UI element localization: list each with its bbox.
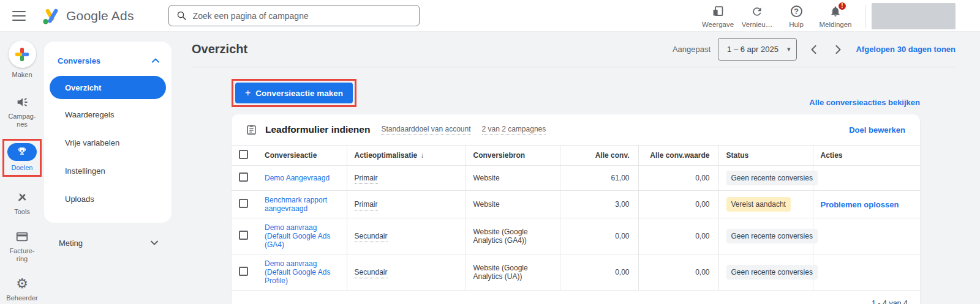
nav-item-waarderegels[interactable]: Waarderegels	[44, 100, 172, 128]
refresh-icon	[751, 5, 763, 18]
secondary-nav-column: Conversies Overzicht Waarderegels Vrije …	[44, 32, 172, 304]
create-button-annotation-box: + Conversieactie maken	[232, 79, 356, 107]
rail-item-create[interactable]: Maken	[9, 40, 36, 79]
rail-label-create: Maken	[12, 71, 32, 79]
appearance-label: Weergave	[702, 21, 734, 28]
trophy-icon	[17, 147, 27, 157]
date-range-picker[interactable]: 1 – 6 apr 2025 ▾	[718, 38, 797, 61]
global-search[interactable]	[168, 5, 420, 26]
refresh-button[interactable]: Vernieu…	[737, 4, 777, 28]
all-conv-waarde-value: 0,00	[638, 218, 718, 254]
menu-icon[interactable]	[12, 11, 26, 21]
table-row: Benchmark rapport aangevraagd Primair We…	[232, 191, 920, 218]
toolbar-row: + Conversieactie maken Alle conversieact…	[232, 79, 920, 107]
source-value: Website (Google Analytics (GA4))	[466, 218, 560, 254]
appearance-icon	[712, 5, 725, 18]
next-period-button[interactable]	[830, 42, 846, 57]
view-all-conversion-actions-link[interactable]: Alle conversieacties bekijken	[809, 98, 920, 107]
topbar-divider	[865, 5, 865, 28]
help-label: Hulp	[789, 21, 804, 28]
goal-default-badge[interactable]: Standaarddoel van account	[381, 125, 470, 135]
sort-desc-icon: ↓	[420, 151, 424, 160]
col-alle-conv-waarde[interactable]: Alle conv.waarde	[638, 146, 718, 166]
source-value: Website	[466, 191, 560, 218]
conversion-action-link[interactable]: Benchmark rapport aangevraagd	[265, 196, 327, 213]
search-icon	[176, 10, 187, 21]
all-conv-waarde-value: 0,00	[638, 254, 718, 291]
page-header: Overzicht Aangepast 1 – 6 apr 2025 ▾ Afg…	[192, 32, 956, 67]
row-checkbox[interactable]	[239, 231, 248, 240]
goal-campaigns-badge[interactable]: 2 van 2 campagnes	[482, 125, 546, 135]
chevron-up-icon	[152, 58, 159, 63]
rail-label-billing: Facture- ring	[10, 247, 35, 263]
nav-item-uploads[interactable]: Uploads	[44, 185, 172, 213]
main-content: Overzicht Aangepast 1 – 6 apr 2025 ▾ Afg…	[172, 32, 980, 304]
all-conv-waarde-value: 0,00	[638, 191, 718, 218]
dropdown-caret-icon: ▾	[787, 45, 791, 53]
rail-item-tools[interactable]: Tools	[14, 190, 30, 216]
nav-section-meting[interactable]: Meting	[44, 229, 172, 257]
notifications-label: Meldingen	[819, 21, 851, 28]
source-value: Website (Google Analytics (UA))	[466, 254, 560, 291]
col-status[interactable]: Status	[718, 146, 813, 166]
table-row: Demo aanvraag (Default Google Ads (GA4) …	[232, 218, 920, 254]
goals-active-pill	[7, 143, 37, 161]
edit-goal-link[interactable]: Doel bewerken	[849, 125, 905, 135]
conversion-action-link[interactable]: Demo aanvraag (Default Google Ads (GA4)	[265, 223, 330, 249]
show-last-30-days-link[interactable]: Afgelopen 30 dagen tonen	[856, 45, 956, 54]
previous-period-button[interactable]	[805, 42, 821, 57]
status-badge: Geen recente conversies	[726, 265, 818, 280]
all-conv-waarde-value: 0,00	[638, 166, 718, 191]
col-actieoptimalisatie[interactable]: Actieoptimalisatie↓	[347, 146, 466, 166]
conversion-action-link[interactable]: Demo aanvraag (Default Google Ads Profil…	[265, 259, 330, 285]
bell-icon: !	[829, 5, 842, 18]
conversion-action-link[interactable]: Demo Aangevraagd	[265, 174, 330, 182]
optimization-value[interactable]: Primair	[355, 200, 378, 210]
rail-item-goals[interactable]: Doelen	[7, 143, 37, 172]
optimization-value[interactable]: Secundair	[355, 232, 388, 242]
row-checkbox[interactable]	[239, 267, 248, 276]
nav-item-vrije-variabelen[interactable]: Vrije variabelen	[44, 128, 172, 157]
clipboard-icon	[246, 123, 257, 136]
col-conversiebron[interactable]: Conversiebron	[466, 146, 560, 166]
rail-label-tools: Tools	[14, 208, 30, 216]
top-bar: Google Ads Weergave Vernieu…	[0, 0, 980, 32]
all-conv-value: 0,00	[560, 218, 638, 254]
optimization-value[interactable]: Secundair	[355, 268, 388, 278]
search-input[interactable]	[193, 11, 412, 21]
rail-item-admin[interactable]: ⚙ Beheerder	[6, 276, 37, 302]
status-badge: Geen recente conversies	[726, 229, 818, 243]
pagination-label: 1 - 4 van 4	[872, 299, 908, 304]
brand-title: Google Ads	[66, 9, 134, 23]
rail-item-billing[interactable]: Facture- ring	[10, 229, 35, 263]
appearance-button[interactable]: Weergave	[698, 4, 737, 28]
source-value: Website	[466, 166, 560, 191]
fix-problems-link[interactable]: Problemen oplossen	[821, 200, 899, 209]
help-icon: ?	[791, 5, 802, 18]
col-acties[interactable]: Acties	[813, 146, 920, 166]
nav-item-instellingen[interactable]: Instellingen	[44, 157, 172, 185]
col-alle-conv[interactable]: Alle conv.	[560, 146, 638, 166]
row-checkbox[interactable]	[239, 199, 248, 208]
nav-item-overzicht[interactable]: Overzicht	[50, 76, 166, 99]
table-row: Demo Aangevraagd Primair Website 61,00 0…	[232, 166, 920, 191]
gear-icon: ⚙	[16, 276, 28, 291]
rail-label-admin: Beheerder	[6, 294, 37, 302]
goal-title: Leadformulier indienen	[265, 124, 370, 135]
goal-card: Leadformulier indienen Standaarddoel van…	[232, 114, 920, 304]
page-title: Overzicht	[192, 42, 247, 56]
all-conv-value: 61,00	[560, 166, 638, 191]
conversion-actions-table: Conversieactie Actieoptimalisatie↓ Conve…	[232, 145, 920, 290]
col-conversieactie[interactable]: Conversieactie	[257, 146, 347, 166]
rail-item-campaigns[interactable]: Campag- nes	[8, 95, 36, 128]
row-checkbox[interactable]	[239, 172, 248, 182]
help-button[interactable]: ? Hulp	[777, 4, 816, 28]
select-all-checkbox[interactable]	[239, 150, 248, 159]
create-conversion-action-button[interactable]: + Conversieactie maken	[235, 83, 353, 103]
notifications-button[interactable]: ! Meldingen	[816, 4, 855, 28]
nav-section-conversies[interactable]: Conversies	[44, 49, 172, 72]
google-ads-logo-icon	[42, 7, 61, 24]
all-conv-value: 0,00	[560, 254, 638, 291]
optimization-value[interactable]: Primair	[355, 174, 378, 184]
icon-rail: Maken Campag- nes Doelen	[0, 32, 44, 304]
